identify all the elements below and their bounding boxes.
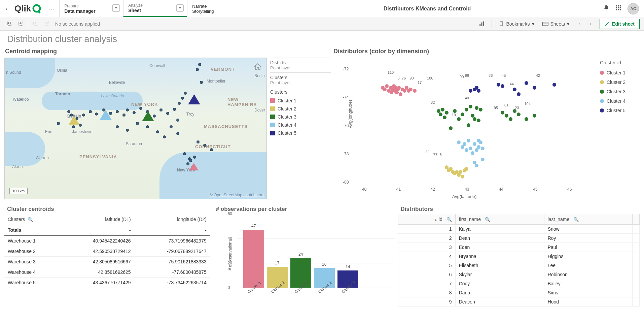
scatter-point[interactable]: [501, 84, 504, 88]
scatter-point[interactable]: [517, 112, 521, 116]
table-row[interactable]: 7CodyBailey: [398, 279, 639, 288]
legend-item-2[interactable]: Cluster 2: [270, 105, 331, 113]
scatter-point[interactable]: [477, 89, 480, 93]
centroids-header-lat[interactable]: latitude (D1): [61, 214, 134, 225]
scatter-point[interactable]: [465, 148, 468, 152]
scatter-point[interactable]: [475, 106, 478, 110]
scatter-point[interactable]: [409, 88, 413, 91]
apps-grid-icon[interactable]: [615, 5, 621, 12]
scatter-point[interactable]: [505, 114, 508, 118]
nav-analyze[interactable]: Analyze Sheet ▾: [123, 0, 187, 17]
search-icon[interactable]: 🔍: [571, 217, 579, 222]
search-icon[interactable]: 🔍: [444, 217, 452, 222]
sheets-menu[interactable]: Sheets ▾: [539, 19, 573, 29]
distributors-header-first[interactable]: first_name 🔍: [455, 214, 544, 225]
scatter-point[interactable]: [441, 108, 444, 111]
scatter-point[interactable]: [525, 117, 528, 121]
map-canvas[interactable]: n Sound Orillia Belleville Cornwall Mont…: [4, 58, 267, 199]
insight-advisor-icon[interactable]: [475, 19, 488, 29]
search-icon[interactable]: 🔍: [25, 217, 33, 222]
next-sheet-button[interactable]: ›: [585, 19, 596, 29]
scatter-point[interactable]: [383, 88, 387, 91]
scatter-point[interactable]: [385, 84, 389, 88]
scatter-legend-3[interactable]: Cluster 3: [600, 87, 636, 96]
table-row[interactable]: Warehouse 242.590538729412-79.0678892176…: [4, 246, 210, 257]
edit-sheet-button[interactable]: Edit sheet: [600, 19, 640, 29]
scatter-point[interactable]: [479, 108, 482, 111]
distributors-table[interactable]: ▲ id 🔍 first_name 🔍 last_name 🔍 1KaiyaSn…: [398, 214, 640, 307]
legend-item-4[interactable]: Cluster 4: [270, 121, 331, 129]
legend-item-1[interactable]: Cluster 1: [270, 97, 331, 105]
barchart[interactable]: # of observations 60 40 20 0 47Cluster 1…: [213, 214, 395, 312]
table-row[interactable]: 1KaiyaSnow: [398, 225, 639, 234]
table-row[interactable]: 2DeanRoy: [398, 234, 639, 243]
scatter-point[interactable]: [473, 142, 476, 146]
scatter-point[interactable]: [525, 81, 528, 85]
scatter-point[interactable]: [481, 147, 485, 150]
table-row[interactable]: Warehouse 140.945422240426-73.7199664829…: [4, 235, 210, 246]
scatter-point[interactable]: [471, 151, 474, 155]
scatter-legend-4[interactable]: Cluster 4: [600, 96, 636, 106]
scatter-point[interactable]: [473, 117, 476, 121]
table-row[interactable]: 3EdenPaul: [398, 243, 639, 252]
scatter-point[interactable]: [469, 147, 472, 150]
smart-search-icon[interactable]: [4, 20, 15, 28]
scatter-point[interactable]: [445, 111, 449, 115]
table-row[interactable]: Warehouse 342.805089516667-75.9016218833…: [4, 257, 210, 267]
scatter-point[interactable]: [469, 105, 472, 108]
search-icon[interactable]: 🔍: [482, 217, 490, 222]
scatter-legend-1[interactable]: Cluster 1: [600, 68, 636, 77]
scatter-canvas[interactable]: Avg(longitude) -72 -74 -76 -78 -80 40 41…: [333, 58, 596, 199]
scatter-point[interactable]: [439, 112, 442, 116]
more-menu-button[interactable]: ⋯: [44, 5, 59, 12]
centroids-table[interactable]: Clusters🔍 latitude (D1) longitude (D2) T…: [4, 214, 210, 288]
qlik-logo[interactable]: Qlik: [12, 3, 44, 14]
back-button[interactable]: ‹: [0, 5, 12, 12]
selections-tool-icon[interactable]: [15, 20, 26, 28]
scatter-point[interactable]: [459, 170, 462, 174]
centroids-header-lon[interactable]: longitude (D2): [134, 214, 210, 225]
distributors-header-last[interactable]: last_name 🔍: [544, 214, 632, 225]
table-row[interactable]: 5ElisabethLee: [398, 261, 639, 270]
scatter-point[interactable]: [467, 139, 470, 142]
scatter-point[interactable]: [475, 164, 478, 167]
scatter-point[interactable]: [479, 140, 482, 144]
scatter-point[interactable]: [461, 112, 464, 116]
scatter-point[interactable]: [465, 167, 468, 171]
scatter-point[interactable]: [509, 117, 512, 121]
legend-clusters-layer[interactable]: Clusters Point layer: [270, 72, 331, 87]
scatter-point[interactable]: [517, 92, 521, 96]
centroids-header-clusters[interactable]: Clusters🔍: [4, 214, 61, 225]
scatter-point[interactable]: [533, 114, 536, 118]
home-icon[interactable]: [254, 63, 262, 73]
scatter-point[interactable]: [399, 92, 402, 96]
bookmarks-menu[interactable]: Bookmarks ▾: [495, 19, 537, 29]
map-attribution[interactable]: © OpenStreetMap contributors: [210, 193, 264, 197]
scatter-point[interactable]: [481, 158, 485, 161]
bell-icon[interactable]: [603, 5, 609, 12]
scatter-point[interactable]: [477, 145, 480, 149]
nav-narrate[interactable]: Narrate Storytelling: [187, 0, 251, 17]
scatter-point[interactable]: [497, 83, 500, 87]
scatter-point[interactable]: [469, 89, 472, 93]
scatter-point[interactable]: [467, 123, 470, 127]
scatter-point[interactable]: [513, 88, 516, 91]
scatter-point[interactable]: [533, 86, 536, 90]
nav-prepare[interactable]: Prepare Data manager ▾: [59, 0, 123, 17]
scatter-point[interactable]: [501, 111, 504, 115]
scatter-point[interactable]: [449, 126, 453, 130]
scatter-point[interactable]: [457, 117, 461, 121]
chevron-down-icon[interactable]: ▾: [176, 4, 184, 12]
scatter-point[interactable]: [397, 86, 401, 90]
table-row[interactable]: Warehouse 442.8581692625-77.6800485875: [4, 267, 210, 278]
legend-item-5[interactable]: Cluster 5: [270, 129, 331, 137]
scatter-legend-5[interactable]: Cluster 5: [600, 106, 636, 115]
scatter-point[interactable]: [552, 83, 556, 87]
scatter-point[interactable]: [443, 116, 446, 119]
bar[interactable]: 47: [243, 230, 264, 288]
table-row[interactable]: 6SkylarRobinson: [398, 270, 639, 279]
scatter-point[interactable]: [457, 140, 461, 144]
table-row[interactable]: 8DarioSims: [398, 288, 639, 297]
legend-item-3[interactable]: Cluster 3: [270, 113, 331, 121]
scatter-point[interactable]: [461, 175, 464, 179]
